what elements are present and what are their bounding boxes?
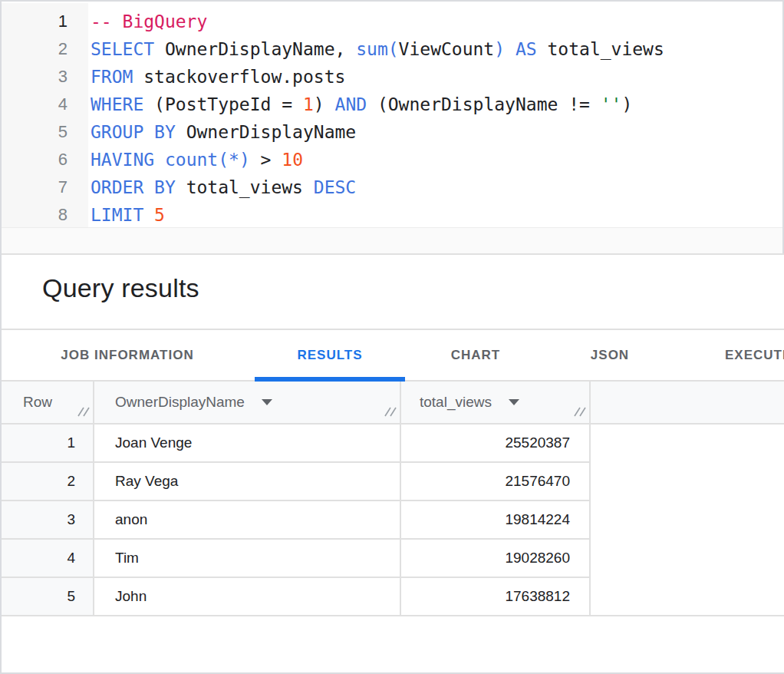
line-number: 6 bbox=[2, 146, 88, 173]
code-line[interactable]: GROUP BY OwnerDisplayName bbox=[91, 118, 781, 146]
cell-spacer bbox=[591, 463, 784, 501]
cell-owner-display-name: Tim bbox=[94, 540, 401, 578]
sql-token: ORDER BY bbox=[91, 177, 176, 197]
sql-token: total_views bbox=[537, 39, 664, 59]
cell-spacer bbox=[591, 578, 784, 616]
column-header-label: Row bbox=[23, 394, 52, 411]
column-resize-handle[interactable] bbox=[384, 404, 397, 421]
cell-row-number: 4 bbox=[0, 540, 94, 578]
sql-token: sum( bbox=[356, 39, 398, 59]
sql-token: 5 bbox=[154, 205, 165, 225]
sql-token: ) bbox=[494, 39, 505, 59]
column-resize-handle[interactable] bbox=[574, 404, 587, 421]
page-title: Query results bbox=[42, 273, 199, 303]
cell-spacer bbox=[591, 425, 784, 463]
table-header-row: Row OwnerDisplayName bbox=[0, 382, 784, 425]
line-number: 7 bbox=[2, 173, 88, 201]
sql-token: (OwnerDisplayName != bbox=[367, 94, 601, 114]
results-tab-bar: JOB INFORMATIONRESULTSCHARTJSONEXECUTI bbox=[0, 329, 784, 382]
bigquery-panel: 12345678 -- BigQuerySELECT OwnerDisplayN… bbox=[0, 0, 784, 674]
cell-row-number: 1 bbox=[0, 425, 94, 463]
cell-owner-display-name: Ray Vega bbox=[94, 463, 401, 501]
cell-owner-display-name: Joan Venge bbox=[94, 425, 401, 463]
line-number: 4 bbox=[2, 91, 88, 118]
column-header-spacer bbox=[591, 382, 784, 423]
sql-token: AS bbox=[516, 39, 537, 59]
code-area[interactable]: -- BigQuerySELECT OwnerDisplayName, sum(… bbox=[91, 3, 781, 229]
line-number: 3 bbox=[2, 63, 88, 91]
table-row: 3anon19814224 bbox=[0, 501, 784, 540]
sql-token: LIMIT bbox=[91, 205, 143, 225]
cell-row-number: 5 bbox=[0, 578, 94, 616]
sql-token: ) bbox=[621, 94, 632, 114]
sql-token: SELECT bbox=[91, 39, 154, 59]
sql-token: FROM bbox=[91, 67, 133, 87]
sql-token: DESC bbox=[314, 177, 356, 197]
column-header-ownerdisplayname[interactable]: OwnerDisplayName bbox=[94, 382, 401, 423]
cell-row-number: 3 bbox=[0, 501, 94, 540]
cell-total-views: 25520387 bbox=[401, 425, 591, 463]
column-header-total-views[interactable]: total_views bbox=[401, 382, 591, 423]
sql-token: total_views bbox=[176, 177, 314, 197]
cell-total-views: 21576470 bbox=[401, 463, 591, 501]
sql-token: (PostTypeId = bbox=[143, 94, 303, 114]
cell-spacer bbox=[591, 501, 784, 540]
sql-token: > bbox=[250, 150, 282, 170]
table-row: 4Tim19028260 bbox=[0, 540, 784, 578]
code-line[interactable]: LIMIT 5 bbox=[91, 201, 781, 229]
code-line[interactable]: WHERE (PostTypeId = 1) AND (OwnerDisplay… bbox=[91, 91, 781, 118]
cell-total-views: 17638812 bbox=[401, 578, 591, 616]
results-table: Row OwnerDisplayName bbox=[0, 382, 784, 616]
sql-token bbox=[505, 39, 516, 59]
code-line[interactable]: -- BigQuery bbox=[91, 8, 781, 35]
column-header-row[interactable]: Row bbox=[0, 382, 94, 423]
sql-editor[interactable]: 12345678 -- BigQuerySELECT OwnerDisplayN… bbox=[0, 0, 784, 253]
sort-dropdown-icon[interactable] bbox=[262, 399, 272, 405]
line-number-gutter: 12345678 bbox=[2, 3, 88, 229]
editor-scrollbar-track[interactable] bbox=[2, 227, 782, 253]
tab-json[interactable]: JSON bbox=[591, 330, 629, 380]
cell-total-views: 19814224 bbox=[401, 501, 591, 540]
sql-comment: -- BigQuery bbox=[91, 12, 207, 31]
sql-token: 10 bbox=[282, 150, 303, 170]
cell-total-views: 19028260 bbox=[401, 540, 591, 578]
sql-token: ) bbox=[314, 94, 335, 114]
sql-token: GROUP BY bbox=[91, 122, 176, 142]
column-header-label: total_views bbox=[420, 394, 492, 411]
line-number: 8 bbox=[2, 201, 88, 229]
table-row: 5John17638812 bbox=[0, 578, 784, 616]
sql-token bbox=[143, 205, 154, 225]
tab-chart[interactable]: CHART bbox=[451, 330, 501, 380]
sql-token: OwnerDisplayName, bbox=[154, 39, 356, 59]
tab-job-information[interactable]: JOB INFORMATION bbox=[61, 330, 193, 380]
line-number: 2 bbox=[2, 35, 88, 63]
cell-spacer bbox=[591, 540, 784, 578]
tab-executi[interactable]: EXECUTI bbox=[725, 330, 784, 380]
query-results-panel-header: Query results bbox=[0, 253, 784, 329]
cell-row-number: 2 bbox=[0, 463, 94, 501]
tab-results[interactable]: RESULTS bbox=[297, 330, 362, 380]
code-line[interactable]: SELECT OwnerDisplayName, sum(ViewCount) … bbox=[91, 35, 781, 63]
column-resize-handle[interactable] bbox=[77, 404, 91, 421]
code-line[interactable]: ORDER BY total_views DESC bbox=[91, 173, 781, 201]
sql-token: '' bbox=[601, 94, 622, 114]
sort-dropdown-icon[interactable] bbox=[509, 399, 519, 405]
code-line[interactable]: HAVING count(*) > 10 bbox=[91, 146, 781, 173]
table-row: 2Ray Vega21576470 bbox=[0, 463, 784, 501]
sql-token: OwnerDisplayName bbox=[176, 122, 356, 142]
sql-token: AND bbox=[335, 94, 367, 114]
cell-owner-display-name: anon bbox=[94, 501, 401, 540]
sql-token: ViewCount bbox=[399, 39, 495, 59]
active-tab-underline bbox=[255, 377, 405, 382]
column-header-label: OwnerDisplayName bbox=[115, 394, 245, 411]
table-row: 1Joan Venge25520387 bbox=[0, 425, 784, 463]
line-number: 5 bbox=[2, 118, 88, 146]
sql-token: HAVING bbox=[91, 150, 154, 170]
sql-token: 1 bbox=[303, 94, 314, 114]
cell-owner-display-name: John bbox=[94, 578, 401, 616]
sql-token: WHERE bbox=[91, 94, 143, 114]
sql-token: count(*) bbox=[165, 150, 250, 170]
code-line[interactable]: FROM stackoverflow.posts bbox=[91, 63, 781, 91]
sql-token bbox=[154, 150, 165, 170]
table-body: 1Joan Venge255203872Ray Vega215764703ano… bbox=[0, 425, 784, 616]
